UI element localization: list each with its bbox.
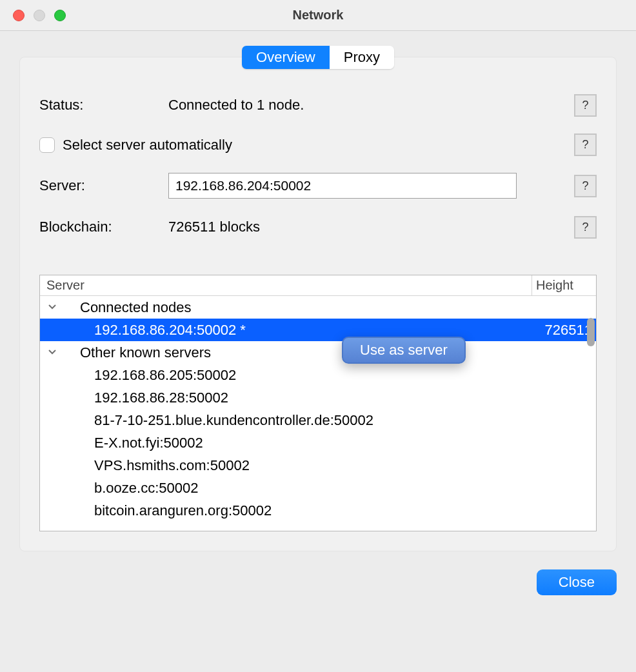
server-input[interactable] (168, 173, 517, 199)
blockchain-value: 726511 blocks (168, 219, 571, 235)
server-name: E-X.not.fyi:50002 (94, 435, 596, 451)
tree-item-other-3[interactable]: E-X.not.fyi:50002 (40, 431, 596, 454)
footer: Close (0, 562, 636, 595)
titlebar: Network (0, 0, 636, 31)
tree-item-other-5[interactable]: b.ooze.cc:50002 (40, 477, 596, 499)
auto-select-row: Select server automatically ? (39, 133, 597, 156)
server-name: bitcoin.aranguren.org:50002 (94, 502, 596, 519)
server-tree: Server Height Connected nodes 192.168.86… (39, 275, 597, 531)
chevron-down-icon[interactable] (45, 347, 59, 358)
server-row: Server: ? (39, 173, 597, 199)
auto-select-help-button[interactable]: ? (574, 133, 597, 156)
tab-proxy[interactable]: Proxy (330, 46, 394, 69)
tab-group: Overview Proxy (242, 46, 394, 69)
context-menu-use-as-server[interactable]: Use as server (342, 337, 466, 364)
status-help-button[interactable]: ? (574, 94, 597, 117)
auto-select-checkbox[interactable] (39, 137, 55, 153)
server-label: Server: (39, 177, 168, 194)
column-header-height[interactable]: Height (532, 275, 596, 295)
chevron-down-icon[interactable] (45, 302, 59, 313)
server-help-button[interactable]: ? (574, 175, 597, 197)
group-label: Connected nodes (80, 299, 596, 316)
group-label: Other known servers (80, 344, 596, 361)
tree-item-other-4[interactable]: VPS.hsmiths.com:50002 (40, 454, 596, 477)
tree-body: Connected nodes 192.168.86.204:50002 * 7… (40, 296, 596, 531)
tab-overview[interactable]: Overview (242, 46, 330, 69)
tree-item-other-1[interactable]: 192.168.86.28:50002 (40, 386, 596, 409)
close-window-button[interactable] (13, 10, 25, 21)
status-row: Status: Connected to 1 node. ? (39, 94, 597, 117)
maximize-window-button[interactable] (54, 10, 66, 21)
tree-item-connected-0[interactable]: 192.168.86.204:50002 * 726511 (40, 319, 596, 341)
column-header-server[interactable]: Server (40, 275, 532, 295)
tree-group-connected[interactable]: Connected nodes (40, 296, 596, 319)
tabs-row: Overview Proxy (39, 46, 597, 69)
tree-header: Server Height (40, 275, 596, 296)
scrollbar-thumb[interactable] (587, 318, 595, 346)
server-name: 192.168.86.28:50002 (94, 390, 596, 406)
tree-item-other-0[interactable]: 192.168.86.205:50002 (40, 364, 596, 386)
status-value: Connected to 1 node. (168, 97, 571, 114)
server-name: 192.168.86.205:50002 (94, 367, 596, 384)
traffic-lights (13, 10, 66, 21)
content-panel: Overview Proxy Status: Connected to 1 no… (19, 57, 617, 551)
server-name: VPS.hsmiths.com:50002 (94, 457, 596, 474)
window-title: Network (293, 8, 344, 23)
blockchain-label: Blockchain: (39, 219, 168, 235)
tree-item-other-2[interactable]: 81-7-10-251.blue.kundencontroller.de:500… (40, 409, 596, 431)
blockchain-help-button[interactable]: ? (574, 216, 597, 239)
minimize-window-button[interactable] (34, 10, 45, 21)
close-button[interactable]: Close (537, 569, 617, 595)
server-name: b.ooze.cc:50002 (94, 480, 596, 497)
server-name: 192.168.86.204:50002 * (94, 322, 535, 339)
tree-group-other[interactable]: Other known servers (40, 341, 596, 364)
status-label: Status: (39, 97, 168, 114)
tree-item-other-6[interactable]: bitcoin.aranguren.org:50002 (40, 499, 596, 522)
server-name: 81-7-10-251.blue.kundencontroller.de:500… (94, 412, 596, 429)
blockchain-row: Blockchain: 726511 blocks ? (39, 215, 597, 239)
auto-select-label: Select server automatically (63, 137, 571, 153)
